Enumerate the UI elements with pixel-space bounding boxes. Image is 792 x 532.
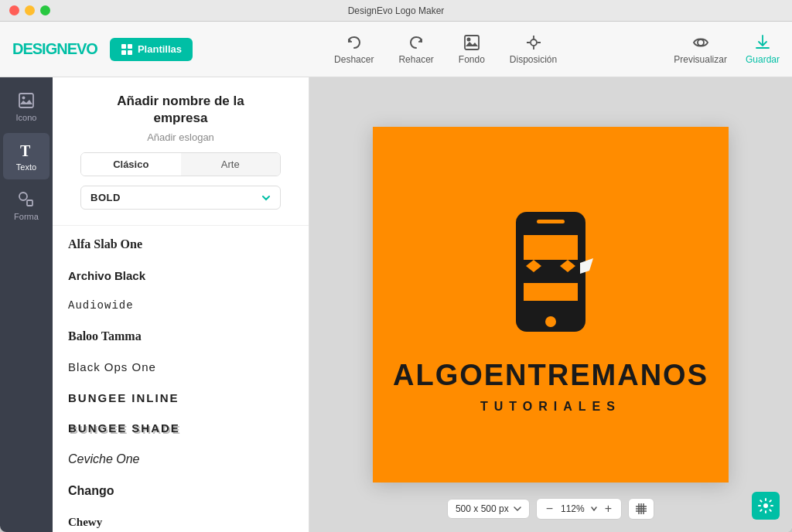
- fondo-action[interactable]: Fondo: [459, 34, 485, 65]
- zoom-control: − 112% +: [536, 498, 622, 520]
- forma-icon: [17, 190, 36, 209]
- plantillas-button[interactable]: Plantillas: [110, 38, 193, 61]
- zoom-in-button[interactable]: +: [603, 503, 613, 515]
- logo-text-main: ALGOENTREMANOS: [393, 359, 708, 392]
- settings-icon: [758, 498, 773, 513]
- font-item-bungee[interactable]: BUNGEE INLINE: [53, 383, 309, 414]
- window-controls: [9, 5, 50, 15]
- svg-rect-3: [128, 50, 132, 55]
- deshacer-action[interactable]: Deshacer: [334, 34, 374, 65]
- svg-rect-0: [121, 44, 126, 49]
- svg-rect-5: [465, 36, 479, 49]
- font-tabs: Clásico Arte: [80, 152, 281, 176]
- sidebar-item-forma[interactable]: Forma: [3, 182, 50, 229]
- deshacer-icon: [346, 34, 363, 51]
- svg-point-15: [19, 193, 27, 200]
- svg-rect-20: [537, 220, 565, 223]
- font-panel: Añadir nombre de laempresa Añadir esloga…: [53, 77, 309, 532]
- previsualizar-icon: [692, 34, 709, 51]
- deshacer-label: Deshacer: [334, 54, 374, 65]
- canvas-wrapper: ALGOENTREMANOS TUTORIALES: [373, 127, 729, 483]
- title-bar: DesignEvo Logo Maker: [0, 0, 792, 22]
- icon-sidebar: Icono T Texto Forma: [0, 77, 53, 532]
- zoom-out-button[interactable]: −: [544, 503, 555, 515]
- font-filter-dropdown[interactable]: BOLD: [80, 186, 281, 210]
- toolbar-actions: Deshacer Rehacer: [217, 34, 674, 65]
- texto-icon: T: [17, 141, 36, 159]
- sidebar-item-icono[interactable]: Icono: [3, 84, 50, 130]
- brand-logo: DESIGNEVO: [12, 40, 97, 58]
- icono-icon: [17, 91, 36, 110]
- font-item-archivo[interactable]: Archivo Black: [53, 261, 309, 292]
- font-list: Alfa Slab OneArchivo BlackAudiowideBaloo…: [53, 226, 309, 532]
- size-label: 500 x 500 px: [456, 503, 509, 514]
- brand-evo: EVO: [67, 40, 97, 57]
- rehacer-icon: [408, 34, 425, 51]
- sidebar-item-texto[interactable]: T Texto: [3, 133, 50, 179]
- font-item-chango[interactable]: Chango: [53, 476, 309, 507]
- svg-rect-2: [121, 50, 126, 55]
- font-item-blackops[interactable]: Black Ops One: [53, 352, 309, 383]
- disposicion-action[interactable]: Disposición: [510, 34, 557, 65]
- panel-title: Añadir nombre de laempresa: [68, 93, 293, 127]
- zoom-label: 112%: [561, 503, 585, 514]
- logo-canvas[interactable]: ALGOENTREMANOS TUTORIALES: [373, 127, 729, 483]
- fondo-icon: [463, 34, 480, 51]
- font-filter-label: BOLD: [90, 192, 121, 203]
- svg-point-31: [763, 503, 768, 508]
- canvas-area: ALGOENTREMANOS TUTORIALES 500 x 500 px −…: [309, 77, 792, 532]
- svg-point-19: [545, 316, 556, 327]
- svg-point-11: [698, 39, 704, 46]
- chevron-down-icon: [261, 193, 271, 203]
- logo-icon-svg: [473, 196, 628, 351]
- window-title: DesignEvo Logo Maker: [348, 5, 445, 16]
- icono-label: Icono: [16, 113, 37, 122]
- canvas-bottom-bar: 500 x 500 px − 112% +: [447, 498, 654, 520]
- guardar-icon: [754, 34, 771, 51]
- svg-point-13: [22, 97, 26, 100]
- previsualizar-label: Previsualizar: [674, 54, 727, 65]
- font-panel-header: Añadir nombre de laempresa Añadir esloga…: [53, 77, 309, 226]
- size-chevron-icon: [514, 505, 521, 513]
- guardar-action[interactable]: Guardar: [746, 34, 780, 65]
- forma-label: Forma: [14, 212, 39, 221]
- logo-text-sub: TUTORIALES: [480, 400, 621, 414]
- zoom-chevron-icon: [591, 506, 597, 512]
- disposicion-label: Disposición: [510, 54, 557, 65]
- close-button[interactable]: [9, 5, 19, 15]
- tab-arte[interactable]: Arte: [181, 153, 281, 176]
- svg-rect-16: [27, 200, 32, 206]
- font-item-baloo[interactable]: Baloo Tamma: [53, 321, 309, 353]
- grid-button[interactable]: [628, 498, 654, 520]
- texto-label: Texto: [16, 162, 36, 172]
- minimize-button[interactable]: [25, 5, 35, 15]
- grid-icon: [635, 503, 647, 515]
- svg-rect-12: [19, 94, 33, 107]
- font-item-ceviche[interactable]: Ceviche One: [53, 444, 309, 476]
- fondo-label: Fondo: [459, 54, 485, 65]
- font-item-audiowide[interactable]: Audiowide: [53, 291, 309, 320]
- svg-point-6: [531, 39, 537, 46]
- font-item-alfa[interactable]: Alfa Slab One: [53, 229, 309, 261]
- size-selector[interactable]: 500 x 500 px: [447, 499, 530, 519]
- rehacer-label: Rehacer: [398, 54, 433, 65]
- panel-subtitle: Añadir eslogan: [68, 131, 293, 143]
- tab-clasico[interactable]: Clásico: [81, 153, 181, 176]
- font-item-bungeeshade[interactable]: BUNGEE SHADE: [53, 413, 309, 444]
- toolbar: DESIGNEVO Plantillas Deshacer: [0, 22, 792, 77]
- plantillas-icon: [121, 43, 133, 56]
- rehacer-action[interactable]: Rehacer: [398, 34, 433, 65]
- brand-design: DESIGN: [12, 40, 67, 57]
- app: DESIGNEVO Plantillas Deshacer: [0, 22, 792, 532]
- settings-fab[interactable]: [752, 492, 780, 520]
- previsualizar-action[interactable]: Previsualizar: [674, 34, 727, 65]
- disposicion-icon: [525, 34, 542, 51]
- svg-text:T: T: [20, 142, 31, 159]
- svg-rect-1: [128, 44, 132, 49]
- maximize-button[interactable]: [40, 5, 50, 15]
- guardar-label: Guardar: [746, 54, 780, 65]
- content: Icono T Texto Forma Añadir nombre de lae…: [0, 77, 792, 532]
- font-item-chewy[interactable]: Chewy: [53, 507, 309, 532]
- svg-point-4: [466, 37, 470, 41]
- toolbar-right: Previsualizar Guardar: [674, 34, 780, 65]
